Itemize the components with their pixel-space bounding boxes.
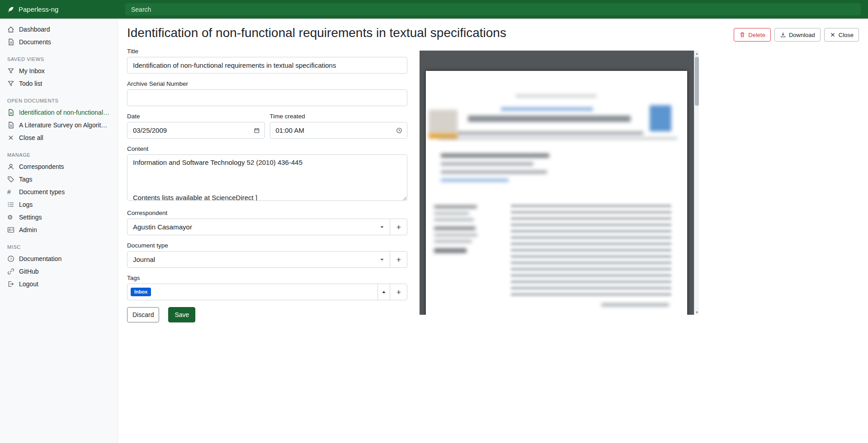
chevron-down-icon <box>379 256 385 263</box>
date-value: 03/25/2009 <box>133 126 167 134</box>
document-type-field-label: Document type <box>127 242 407 249</box>
title-field-label: Title <box>127 48 407 55</box>
close-all-label: Close all <box>19 134 43 141</box>
admin-id-card-icon <box>7 226 14 233</box>
pdf-blur-link-line <box>501 107 593 111</box>
content-field-label: Content <box>127 145 407 152</box>
correspondent-field-label: Correspondent <box>127 210 407 216</box>
sidebar-item-dashboard[interactable]: Dashboard <box>0 23 118 36</box>
sidebar-item-document-types[interactable]: # Document types <box>0 186 118 198</box>
hash-icon: # <box>7 188 14 196</box>
sidebar-item-label: My Inbox <box>19 67 45 75</box>
calendar-icon <box>254 127 260 134</box>
add-document-type-button[interactable] <box>390 251 407 268</box>
sidebar-item-github[interactable]: GitHub <box>0 265 118 278</box>
sidebar-item-label: Settings <box>19 214 42 221</box>
pdf-blur-info-line <box>434 234 477 236</box>
app-brand[interactable]: Paperless-ng <box>0 5 118 13</box>
house-icon <box>7 26 14 33</box>
pdf-blur-info-line <box>434 205 477 208</box>
question-circle-icon: ? <box>7 255 14 262</box>
scrollbar-thumb[interactable] <box>695 57 699 106</box>
time-created-input[interactable]: 01:00 AM <box>270 122 408 139</box>
download-button[interactable]: Download <box>774 28 821 42</box>
sidebar-close-all[interactable]: Close all <box>0 131 118 144</box>
sidebar-item-label: Tags <box>19 176 33 183</box>
pdf-preview-viewport[interactable] <box>420 51 694 315</box>
document-type-value: Journal <box>133 256 155 263</box>
document-icon <box>7 109 14 116</box>
sidebar-item-tags[interactable]: Tags <box>0 173 118 186</box>
search-input[interactable] <box>125 3 861 15</box>
delete-button[interactable]: Delete <box>734 28 771 42</box>
pdf-blur-email-line <box>441 179 509 182</box>
clock-icon <box>396 127 402 134</box>
page-title: Identification of non-functional require… <box>127 25 506 41</box>
search-bar <box>118 3 868 15</box>
sidebar-item-todo-list[interactable]: Todo list <box>0 77 118 90</box>
tag-badge-inbox[interactable]: Inbox <box>131 288 151 296</box>
open-documents-heading: OPEN DOCUMENTS <box>0 90 118 106</box>
open-doc-label: Identification of non-functional require… <box>19 109 110 116</box>
sidebar-item-admin[interactable]: Admin <box>0 224 118 236</box>
document-type-select[interactable]: Journal <box>127 251 390 268</box>
add-correspondent-button[interactable] <box>390 219 407 235</box>
sidebar-item-label: Document types <box>19 188 65 196</box>
close-button[interactable]: Close <box>824 28 859 42</box>
add-tag-button[interactable] <box>390 284 407 300</box>
time-value: 01:00 AM <box>276 126 304 134</box>
pdf-page <box>426 71 687 315</box>
content-textarea[interactable]: Information and Software Technology 52 (… <box>127 154 407 201</box>
date-input[interactable]: 03/25/2009 <box>127 122 265 139</box>
save-button[interactable]: Save <box>168 307 195 322</box>
close-icon <box>830 32 836 38</box>
sidebar-open-doc-2[interactable]: A Literature Survey on Algorithms for Mu… <box>0 119 118 131</box>
pdf-blur-info-line <box>434 219 474 221</box>
sidebar-open-doc-1[interactable]: Identification of non-functional require… <box>0 106 118 119</box>
link-icon <box>7 268 14 275</box>
sidebar-item-settings[interactable]: ⚙ Settings <box>0 211 118 224</box>
scroll-up-arrow[interactable]: ▲ <box>694 51 699 56</box>
sidebar: Dashboard Documents SAVED VIEWS My Inbox… <box>0 19 118 443</box>
pdf-publisher-logo <box>650 105 671 131</box>
time-created-field-label: Time created <box>270 113 408 120</box>
close-icon <box>7 134 14 141</box>
sidebar-item-label: Documentation <box>19 255 61 262</box>
plus-icon <box>396 224 402 230</box>
sidebar-item-documentation[interactable]: ? Documentation <box>0 252 118 265</box>
sidebar-item-correspondents[interactable]: Correspondents <box>0 160 118 173</box>
pdf-blur-info-line <box>434 240 472 242</box>
sidebar-item-documents[interactable]: Documents <box>0 36 118 48</box>
discard-button[interactable]: Discard <box>127 307 159 322</box>
app-title: Paperless-ng <box>19 5 58 13</box>
pdf-blur-line <box>441 171 547 173</box>
leaf-logo-icon <box>7 6 14 13</box>
sidebar-item-label: Correspondents <box>19 163 64 170</box>
trash-icon <box>739 32 745 38</box>
download-label: Download <box>789 32 815 38</box>
tags-collapse-button[interactable] <box>377 284 390 300</box>
pdf-blur-abstract-block <box>511 205 671 298</box>
sidebar-item-logs[interactable]: Logs <box>0 198 118 211</box>
sidebar-item-label: Admin <box>19 226 37 233</box>
document-actions: Delete Download Close <box>734 28 859 42</box>
preview-scrollbar[interactable]: ▲ ▼ <box>694 51 699 315</box>
tags-input[interactable]: Inbox <box>127 284 378 300</box>
logout-door-icon <box>7 280 14 288</box>
date-field-label: Date <box>127 113 265 120</box>
pdf-blur-line <box>515 95 597 97</box>
pdf-preview-pane: ▲ ▼ <box>420 51 699 315</box>
sidebar-item-label: Dashboard <box>19 26 50 33</box>
document-edit-form: Title Archive Serial Number Date 03/25/2… <box>127 48 407 322</box>
top-navbar: Paperless-ng <box>0 0 868 19</box>
title-input[interactable] <box>127 57 407 74</box>
correspondent-select[interactable]: Agustin Casamayor <box>127 219 390 235</box>
sidebar-item-my-inbox[interactable]: My Inbox <box>0 65 118 77</box>
svg-text:?: ? <box>10 257 12 261</box>
scroll-down-arrow[interactable]: ▼ <box>694 309 699 315</box>
pdf-blur-line <box>441 163 533 165</box>
archive-serial-number-input[interactable] <box>127 89 407 106</box>
asn-field-label: Archive Serial Number <box>127 80 407 87</box>
sidebar-item-logout[interactable]: Logout <box>0 278 118 290</box>
pdf-blur-footer-line <box>601 303 669 306</box>
